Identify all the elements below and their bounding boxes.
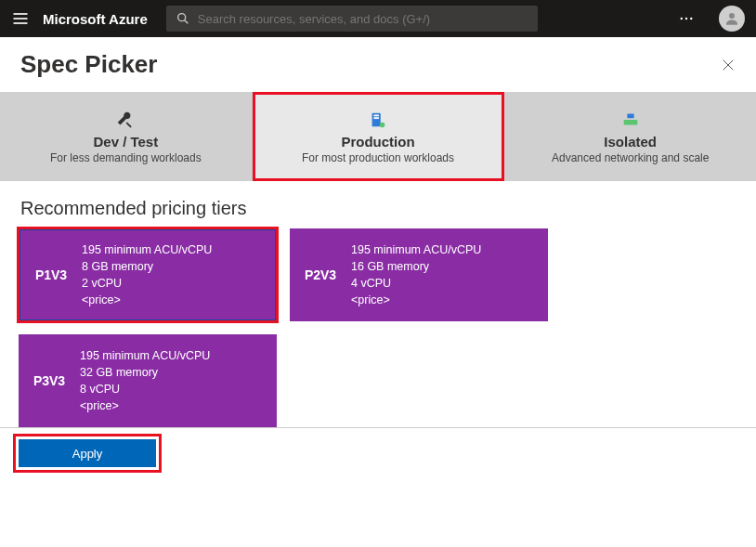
svg-point-15 (380, 122, 385, 127)
svg-rect-14 (373, 117, 379, 119)
tier-price: <price> (82, 292, 212, 308)
svg-point-6 (685, 18, 687, 20)
tier-name: P3V3 (19, 373, 80, 388)
category-tabs: Dev / Test For less demanding workloads … (0, 92, 756, 181)
tier-card-p2v3[interactable]: P2V3 195 minimum ACU/vCPU 16 GB memory 4… (290, 228, 548, 321)
tab-title: Isolated (604, 134, 657, 150)
server-icon (368, 110, 388, 130)
tier-name: P1V3 (20, 267, 82, 282)
footer-bar: Apply (0, 427, 756, 478)
top-bar: Microsoft Azure (0, 0, 756, 37)
user-avatar[interactable] (719, 6, 745, 32)
tier-acu: 195 minimum ACU/vCPU (351, 241, 481, 258)
tier-specs: 195 minimum ACU/vCPU 32 GB memory 8 vCPU… (80, 347, 210, 415)
tools-icon (115, 110, 136, 130)
tab-title: Dev / Test (93, 134, 158, 150)
tier-memory: 8 GB memory (82, 258, 212, 275)
tier-name: P2V3 (290, 267, 351, 282)
apply-button[interactable]: Apply (19, 439, 156, 467)
svg-line-4 (184, 20, 188, 24)
tier-vcpu: 4 vCPU (351, 275, 481, 292)
svg-point-8 (729, 13, 735, 19)
svg-rect-11 (126, 122, 132, 127)
close-icon[interactable] (721, 58, 736, 72)
tier-vcpu: 8 vCPU (80, 381, 210, 397)
tier-specs: 195 minimum ACU/vCPU 8 GB memory 2 vCPU … (82, 241, 212, 309)
tier-card-p3v3[interactable]: P3V3 195 minimum ACU/vCPU 32 GB memory 8… (19, 334, 277, 427)
tier-specs: 195 minimum ACU/vCPU 16 GB memory 4 vCPU… (351, 241, 481, 309)
tab-subtitle: Advanced networking and scale (552, 151, 709, 164)
tab-title: Production (341, 134, 414, 150)
content-scroll-pane[interactable]: Dev / Test For less demanding workloads … (0, 92, 756, 547)
tier-memory: 32 GB memory (80, 364, 210, 381)
tab-subtitle: For less demanding workloads (50, 151, 202, 164)
search-icon (176, 11, 190, 26)
tier-grid: P1V3 195 minimum ACU/vCPU 8 GB memory 2 … (0, 228, 756, 427)
tier-acu: 195 minimum ACU/vCPU (80, 347, 210, 364)
tier-price: <price> (80, 397, 210, 414)
svg-point-5 (681, 18, 683, 20)
isolated-icon (620, 110, 641, 130)
tier-memory: 16 GB memory (351, 258, 481, 275)
tab-isolated[interactable]: Isolated Advanced networking and scale (504, 92, 756, 181)
section-heading: Recommended pricing tiers (0, 181, 756, 228)
tab-dev-test[interactable]: Dev / Test For less demanding workloads (0, 92, 253, 181)
more-actions-icon[interactable] (678, 10, 695, 27)
page-title: Spec Picker (20, 50, 157, 79)
global-search[interactable] (166, 6, 538, 32)
svg-point-7 (690, 18, 692, 20)
search-input[interactable] (198, 12, 528, 26)
hamburger-menu-icon[interactable] (11, 9, 30, 28)
brand-title: Microsoft Azure (43, 11, 148, 27)
page-header: Spec Picker (0, 37, 756, 92)
svg-point-3 (177, 14, 185, 21)
tier-price: <price> (351, 292, 481, 308)
svg-rect-13 (373, 114, 379, 116)
svg-rect-17 (623, 120, 637, 125)
tier-vcpu: 2 vCPU (82, 275, 212, 292)
tier-card-p1v3[interactable]: P1V3 195 minimum ACU/vCPU 8 GB memory 2 … (19, 228, 277, 321)
tier-acu: 195 minimum ACU/vCPU (82, 241, 212, 258)
tab-subtitle: For most production workloads (302, 151, 454, 164)
svg-rect-16 (627, 113, 633, 118)
tab-production[interactable]: Production For most production workloads (253, 92, 505, 181)
